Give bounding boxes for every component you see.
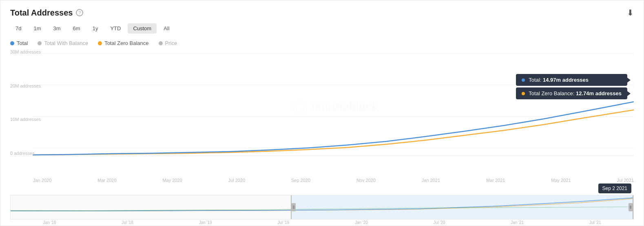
- mini-x-labels: Jan '18Jul '18Jan '19Jul '19Jan '20Jul '…: [0, 219, 644, 225]
- legend: TotalTotal With BalanceTotal Zero Balanc…: [0, 38, 644, 49]
- legend-label-total: Total: [17, 40, 28, 46]
- tooltip-zero-label: Total Zero Balance:: [529, 90, 574, 96]
- tooltip-date: Sep 2 2021: [598, 183, 631, 193]
- mini-x-label: Jan '21: [511, 220, 524, 225]
- legend-item-total-zero-balance[interactable]: Total Zero Balance: [98, 40, 148, 46]
- tooltip-group: Total: 14.97m addresses Total Zero Balan…: [516, 74, 627, 99]
- x-axis-label: Jan 2021: [422, 178, 440, 183]
- tooltip-total: Total: 14.97m addresses: [516, 74, 627, 86]
- filter-btn-1y[interactable]: 1y: [87, 23, 104, 34]
- legend-dot-total-with-balance: [38, 41, 42, 45]
- mini-x-label: Jul '21: [589, 220, 601, 225]
- chart-container: Total Addresses ? ⬇ 7d1m3m6m1yYTDCustomA…: [0, 0, 644, 226]
- chart-header: Total Addresses ? ⬇: [0, 0, 644, 22]
- x-axis-label: Mar 2021: [486, 178, 505, 183]
- filter-btn-6m[interactable]: 6m: [68, 23, 86, 34]
- legend-label-total-with-balance: Total With Balance: [44, 40, 88, 46]
- x-axis-label: May 2021: [551, 178, 571, 183]
- mini-x-label: Jan '19: [199, 220, 212, 225]
- title-row: Total Addresses ?: [10, 8, 83, 18]
- filter-btn-1m[interactable]: 1m: [28, 23, 46, 34]
- x-axis-label: Mar 2020: [97, 178, 116, 183]
- filter-btn-custom[interactable]: Custom: [128, 23, 157, 34]
- tooltip-total-dot: [522, 78, 525, 82]
- mini-x-label: Jul '18: [122, 220, 133, 225]
- x-axis-label: May 2020: [162, 178, 182, 183]
- mini-x-label: Jul '20: [434, 220, 445, 225]
- legend-dot-total-zero-balance: [98, 41, 102, 45]
- filter-btn-7d[interactable]: 7d: [10, 23, 27, 34]
- mini-x-label: Jan '20: [355, 220, 368, 225]
- filter-btn-3m[interactable]: 3m: [48, 23, 66, 34]
- tooltip-total-value: 14.97m addresses: [543, 77, 589, 83]
- tooltip-zero-value: 12.74m addresses: [576, 90, 622, 96]
- legend-label-price: Price: [165, 40, 177, 46]
- tooltip-zero-dot: [522, 92, 525, 95]
- tooltip-total-label: Total:: [529, 77, 541, 83]
- legend-dot-price: [159, 41, 163, 45]
- chart-title: Total Addresses: [10, 8, 73, 18]
- x-axis-label: Jul 2020: [228, 178, 246, 183]
- legend-item-price[interactable]: Price: [159, 40, 177, 46]
- x-axis-label: Nov 2020: [356, 178, 376, 183]
- x-axis-label: Jan 2020: [33, 178, 51, 183]
- main-chart-area: 30M addresses20M addresses10M addresses0…: [0, 49, 644, 176]
- download-icon[interactable]: ⬇: [627, 8, 634, 18]
- legend-item-total[interactable]: Total: [10, 40, 28, 46]
- legend-label-total-zero-balance: Total Zero Balance: [104, 40, 148, 46]
- time-filters: 7d1m3m6m1yYTDCustomAll: [0, 22, 644, 38]
- filter-btn-all[interactable]: All: [158, 23, 175, 34]
- x-axis-label: Jul 2021: [617, 178, 634, 183]
- mini-x-label: Jan '18: [43, 220, 56, 225]
- filter-btn-ytd[interactable]: YTD: [105, 23, 126, 34]
- legend-dot-total: [10, 41, 14, 45]
- x-axis-label: Sep 2020: [291, 178, 310, 183]
- x-axis: Jan 2020Mar 2020May 2020Jul 2020Sep 2020…: [0, 176, 644, 183]
- legend-item-total-with-balance[interactable]: Total With Balance: [38, 40, 88, 46]
- mini-chart-svg: [11, 195, 633, 212]
- mini-x-label: Jul '19: [277, 220, 289, 225]
- tooltip-zero-balance: Total Zero Balance: 12.74m addresses: [516, 87, 627, 99]
- help-icon[interactable]: ?: [76, 9, 83, 16]
- mini-chart[interactable]: [10, 195, 634, 219]
- chart-svg: [33, 49, 634, 164]
